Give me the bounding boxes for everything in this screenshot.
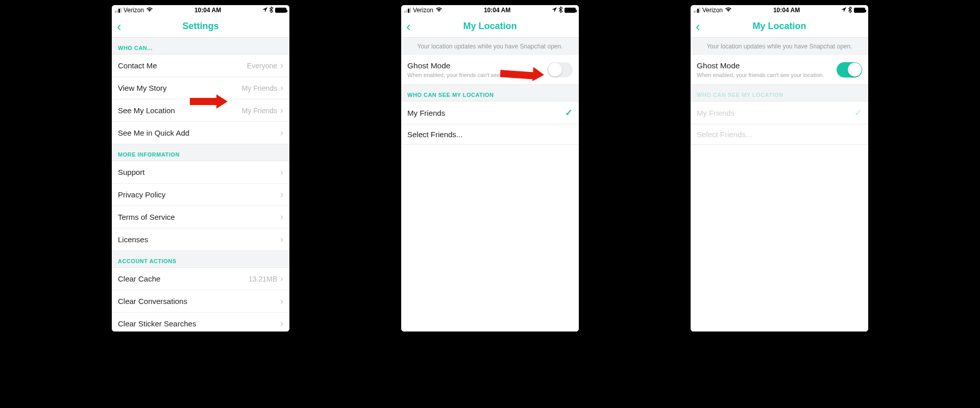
chevron-right-icon: › [280,60,283,71]
location-panel: Your location updates while you have Sna… [691,38,868,332]
nav-bar: ‹ My Location [401,15,579,38]
phone-location-on: Verizon 10:04 AM ‹ My Location Your loca… [691,5,868,332]
settings-row[interactable]: Licenses› [112,228,289,251]
signal-icon [694,8,700,13]
row-value: Everyone› [247,60,283,71]
signal-icon [404,8,411,13]
chevron-right-icon: › [280,167,283,177]
wifi-icon [435,7,443,13]
settings-row[interactable]: View My StoryMy Friends› [112,77,289,99]
settings-row[interactable]: Terms of Service› [112,206,289,228]
bluetooth-icon [848,7,852,14]
location-option-row: Select Friends... [691,124,868,145]
row-label: My Friends [697,109,734,117]
status-left: Verizon [115,7,153,14]
chevron-right-icon: › [280,128,283,138]
check-icon: ✓ [854,107,862,118]
carrier-label: Verizon [124,7,144,14]
chevron-right-icon: › [280,105,283,116]
carrier-label: Verizon [413,7,433,14]
chevron-right-icon: › [280,189,283,200]
row-label: See Me in Quick Add [118,129,189,137]
row-value: 13.21MB› [249,273,283,284]
row-value: › [280,212,283,222]
settings-row[interactable]: Support› [112,161,289,184]
settings-row[interactable]: Clear Cache13.21MB› [112,268,289,290]
section-header: WHO CAN... [112,38,289,55]
settings-row[interactable]: See Me in Quick Add› [112,122,289,144]
ghost-mode-toggle[interactable] [837,62,862,78]
chevron-right-icon: › [280,296,283,307]
ghost-mode-text: Ghost Mode When enabled, your friends ca… [697,61,824,78]
settings-row[interactable]: Clear Conversations› [112,290,289,313]
status-right [552,7,576,14]
chevron-right-icon: › [280,318,283,329]
bluetooth-icon [559,7,562,14]
row-value: › [280,189,283,200]
back-icon[interactable]: ‹ [406,20,411,33]
status-left: Verizon [404,7,443,14]
row-label: Select Friends... [407,130,462,139]
row-label: Terms of Service [118,213,175,221]
chevron-right-icon: › [280,212,283,222]
info-text: Your location updates while you have Sna… [691,38,868,55]
row-label: View My Story [118,84,167,92]
phone-settings: Verizon 10:04 AM ‹ Settings WHO CAN...Co… [112,5,289,332]
chevron-right-icon: › [280,83,283,93]
settings-list[interactable]: WHO CAN...Contact MeEveryone›View My Sto… [112,38,289,332]
row-value: › [280,296,283,307]
row-value: › [280,318,283,329]
location-option-row[interactable]: My Friends✓ [401,101,579,124]
settings-row[interactable]: Contact MeEveryone› [112,55,289,77]
page-title: Settings [182,21,218,32]
row-value: › [280,234,283,245]
location-icon [552,7,557,14]
battery-icon [275,8,286,13]
ghost-mode-subtitle: When enabled, your friends can't see you… [697,72,824,78]
settings-row[interactable]: Privacy Policy› [112,184,289,206]
ghost-mode-title: Ghost Mode [407,61,535,70]
battery-icon [854,8,865,13]
ghost-mode-row: Ghost Mode When enabled, your friends ca… [401,55,579,85]
section-header: WHO CAN SEE MY LOCATION [401,85,579,101]
location-panel: Your location updates while you have Sna… [401,38,579,332]
row-label: Clear Conversations [118,297,187,305]
back-icon[interactable]: ‹ [117,20,121,33]
chevron-right-icon: › [280,273,283,284]
row-label: Clear Sticker Searches [118,319,196,328]
section-header: MORE INFORMATION [112,144,289,161]
row-label: Privacy Policy [118,190,165,199]
row-value: › [280,167,283,177]
nav-bar: ‹ My Location [691,15,868,38]
status-left: Verizon [694,7,732,14]
location-icon [841,7,846,14]
info-text: Your location updates while you have Sna… [401,38,579,55]
section-header: WHO CAN SEE MY LOCATION [691,85,868,101]
back-icon[interactable]: ‹ [696,20,700,33]
wifi-icon [725,7,732,13]
nav-bar: ‹ Settings [112,15,289,38]
check-icon: ✓ [565,107,573,118]
status-bar: Verizon 10:04 AM [401,5,579,15]
status-time: 10:04 AM [484,7,510,14]
signal-icon [115,8,121,13]
row-label: Clear Cache [118,274,160,283]
status-bar: Verizon 10:04 AM [691,5,868,15]
status-right [262,7,286,14]
row-label: See My Location [118,106,175,115]
ghost-mode-title: Ghost Mode [697,61,824,70]
ghost-mode-row: Ghost Mode When enabled, your friends ca… [691,55,868,85]
location-option-row[interactable]: Select Friends... [401,124,579,145]
ghost-mode-toggle[interactable] [547,62,573,78]
wifi-icon [146,7,153,13]
status-time: 10:04 AM [773,7,800,14]
location-option-row: My Friends✓ [691,101,868,124]
status-right [841,7,865,14]
settings-row[interactable]: Clear Sticker Searches› [112,313,289,332]
status-bar: Verizon 10:04 AM [112,5,289,15]
page-title: My Location [752,21,806,32]
row-label: Licenses [118,235,148,244]
battery-icon [565,8,576,13]
row-label: My Friends [407,109,445,117]
phone-location-off: Verizon 10:04 AM ‹ My Location Your loca… [401,5,579,332]
